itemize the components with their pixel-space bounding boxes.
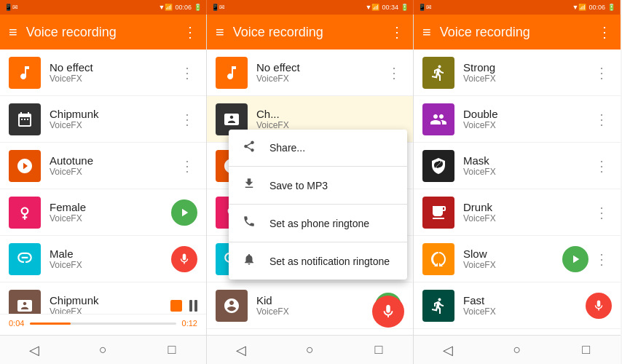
notification-icons-1: 📱✉ — [4, 4, 18, 11]
more-button[interactable]: ⋮ — [591, 61, 612, 84]
item-name: Strong — [463, 61, 591, 74]
more-icon-2[interactable]: ⋮ — [390, 23, 404, 41]
app-bar-title-1: Voice recording — [26, 25, 174, 40]
status-bar-panel-1: 📱✉ ▼📶 00:06 🔋 — [0, 0, 207, 15]
home-button-2[interactable]: ○ — [275, 336, 344, 364]
context-menu-save-mp3[interactable]: Save to MP3 — [229, 167, 407, 204]
more-button[interactable]: ⋮ — [177, 108, 197, 131]
item-sub: VoiceFX — [463, 260, 562, 270]
status-bars: 📱✉ ▼📶 00:06 🔋 📱✉ ▼📶 00:34 🔋 📱✉ ▼📶 00:06 … — [0, 0, 622, 15]
list-item-playing[interactable]: Chipmunk VoiceFX — [0, 282, 206, 314]
back-button-2[interactable]: ◁ — [207, 336, 275, 364]
item-sub: VoiceFX — [256, 306, 375, 317]
time-2: 00:34 — [382, 4, 398, 11]
recents-button-2[interactable]: □ — [345, 336, 413, 364]
item-thumb — [422, 57, 454, 89]
item-name: Female — [50, 201, 171, 213]
back-button-3[interactable]: ◁ — [414, 336, 483, 364]
item-sub: VoiceFX — [50, 213, 171, 223]
play-fab[interactable] — [171, 199, 197, 226]
more-button[interactable]: ⋮ — [177, 154, 197, 178]
time-3: 00:06 — [588, 4, 605, 11]
item-sub: VoiceFX — [256, 120, 404, 130]
recents-button-3[interactable]: □ — [551, 336, 621, 364]
item-name: Autotune — [50, 154, 177, 167]
more-button[interactable]: ⋮ — [591, 248, 612, 271]
more-button[interactable]: ⋮ — [177, 61, 197, 84]
play-fab[interactable] — [562, 246, 588, 272]
item-sub: VoiceFX — [50, 120, 177, 130]
signal-icon-2: ▼📶 — [366, 4, 380, 11]
item-sub: VoiceFX — [463, 306, 586, 317]
panel-3: ≡ Voice recording ⋮ Strong VoiceFX ⋮ — [414, 15, 621, 364]
list-item[interactable]: Strong VoiceFX ⋮ — [414, 50, 621, 96]
nav-bar-3: ◁ ○ □ — [414, 335, 621, 364]
signal-icon-1: ▼📶 — [159, 4, 173, 11]
list-item[interactable]: Male VoiceFX — [0, 236, 206, 282]
home-button-1[interactable]: ○ — [68, 336, 137, 364]
list-item[interactable]: No effect VoiceFX ⋮ — [0, 50, 206, 96]
item-sub: VoiceFX — [256, 74, 384, 84]
hamburger-icon-1[interactable]: ≡ — [9, 24, 17, 41]
panel-2: ≡ Voice recording ⋮ No effect VoiceFX ⋮ — [207, 15, 414, 364]
context-menu-share[interactable]: Share... — [229, 130, 407, 166]
more-icon-1[interactable]: ⋮ — [183, 23, 197, 41]
list-item[interactable]: Slow VoiceFX ⋮ — [414, 236, 621, 282]
more-button[interactable]: ⋮ — [384, 61, 404, 84]
more-button[interactable]: ⋮ — [591, 108, 612, 131]
more-button[interactable]: ⋮ — [591, 154, 612, 178]
recents-button-1[interactable]: □ — [138, 336, 206, 364]
list-item[interactable]: Autotune VoiceFX ⋮ — [0, 143, 206, 189]
list-item[interactable]: Fast VoiceFX — [414, 282, 621, 329]
item-thumb — [216, 57, 248, 89]
item-name: No effect — [256, 61, 384, 74]
item-info: Ch... VoiceFX — [256, 108, 404, 130]
record-fab[interactable] — [586, 293, 612, 319]
status-bar-panel-3: 📱✉ ▼📶 00:06 🔋 — [414, 0, 621, 15]
item-name: Slow — [463, 248, 562, 260]
item-info: Female VoiceFX — [50, 201, 171, 223]
home-button-3[interactable]: ○ — [483, 336, 552, 364]
context-menu-set-ringtone[interactable]: Set as phone ringtone — [229, 205, 407, 242]
list-item[interactable]: Drunk VoiceFX ⋮ — [414, 189, 621, 236]
list-item[interactable]: Chipmunk VoiceFX ⋮ — [0, 96, 206, 143]
item-sub: VoiceFX — [463, 213, 591, 223]
item-sub: VoiceFX — [50, 306, 170, 314]
more-button[interactable]: ⋮ — [591, 201, 612, 224]
back-button-1[interactable]: ◁ — [0, 336, 68, 364]
notification-icon — [240, 253, 258, 269]
list-item[interactable]: No effect VoiceFX ⋮ — [207, 50, 413, 96]
app-bar-1: ≡ Voice recording ⋮ — [0, 15, 206, 50]
list-item[interactable]: Female VoiceFX — [0, 189, 206, 236]
item-info: Mask VoiceFX — [463, 154, 591, 177]
hamburger-icon-3[interactable]: ≡ — [422, 24, 431, 41]
context-menu-ringtone-label: Set as phone ringtone — [269, 218, 369, 229]
progress-bar-container: 0:04 0:12 — [9, 319, 197, 328]
app-bar-3: ≡ Voice recording ⋮ — [414, 15, 621, 50]
list-item[interactable]: Mask VoiceFX ⋮ — [414, 143, 621, 189]
item-sub: VoiceFX — [50, 74, 177, 84]
item-info: Autotune VoiceFX — [50, 154, 177, 177]
context-menu-set-notification[interactable]: Set as notification ringtone — [229, 242, 407, 280]
item-sub: VoiceFX — [463, 74, 591, 84]
stop-button[interactable] — [170, 300, 182, 312]
item-sub: VoiceFX — [50, 260, 171, 270]
context-menu: Share... Save to MP3 Set as phone ringto… — [229, 130, 407, 280]
item-info: Double VoiceFX — [463, 108, 591, 130]
hamburger-icon-2[interactable]: ≡ — [216, 24, 224, 41]
status-right-2: ▼📶 00:34 🔋 — [366, 4, 409, 11]
progress-track[interactable] — [30, 323, 176, 325]
item-name: Drunk — [463, 201, 591, 213]
record-fab[interactable] — [171, 246, 197, 272]
pause-button[interactable] — [189, 300, 197, 312]
item-name: Male — [50, 248, 171, 260]
list-item[interactable]: Double VoiceFX ⋮ — [414, 96, 621, 143]
recording-list-3: Strong VoiceFX ⋮ Double VoiceFX ⋮ — [414, 50, 621, 335]
item-info: Strong VoiceFX — [463, 61, 591, 84]
item-name: Double — [463, 108, 591, 120]
more-icon-3[interactable]: ⋮ — [597, 23, 612, 41]
status-bar-panel-2: 📱✉ ▼📶 00:34 🔋 — [207, 0, 414, 15]
item-name: No effect — [50, 61, 177, 74]
app-bar-title-3: Voice recording — [440, 25, 588, 40]
record-fab-panel2[interactable] — [372, 296, 404, 328]
